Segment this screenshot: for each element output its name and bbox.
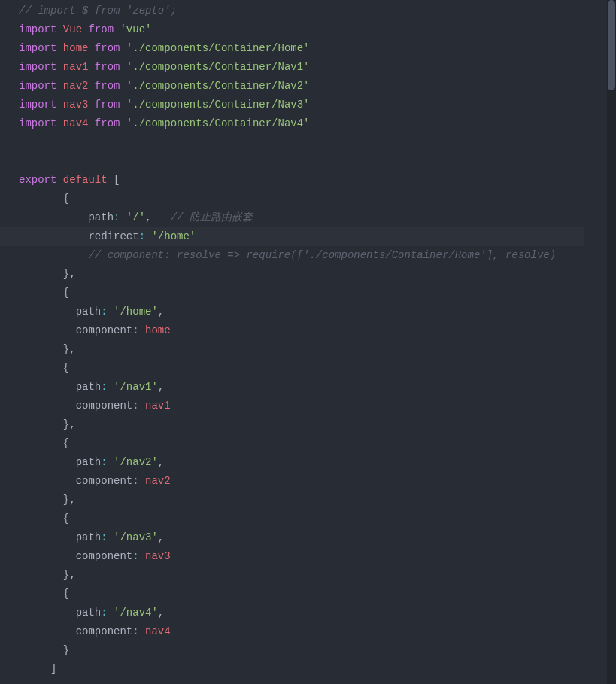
code-line: }: [0, 641, 616, 660]
code-line: {: [0, 190, 616, 208]
code-line: [0, 152, 616, 171]
code-line: {: [0, 359, 616, 378]
code-line: },: [0, 265, 616, 284]
code-line: import nav2 from './components/Container…: [0, 77, 616, 96]
code-line: [0, 133, 616, 152]
code-line: {: [0, 284, 616, 302]
code-editor[interactable]: // import $ from 'zepto'; import Vue fro…: [0, 0, 616, 680]
code-line: component: home: [0, 321, 616, 340]
code-line: component: nav1: [0, 397, 616, 415]
code-line: path: '/nav4',: [0, 603, 616, 622]
code-line: import nav3 from './components/Container…: [0, 96, 616, 114]
code-line: },: [0, 566, 616, 585]
code-line: {: [0, 585, 616, 603]
code-line: import home from './components/Container…: [0, 39, 616, 58]
code-line: import Vue from 'vue': [0, 20, 616, 39]
scrollbar-track[interactable]: [607, 0, 616, 684]
code-line: import nav1 from './components/Container…: [0, 58, 616, 77]
code-line-highlighted: redirect: '/home': [0, 227, 616, 246]
code-line: path: '/nav2',: [0, 453, 616, 472]
code-line: path: '/nav1',: [0, 378, 616, 397]
minimap[interactable]: [584, 0, 607, 684]
code-line: },: [0, 491, 616, 509]
code-line: import nav4 from './components/Container…: [0, 114, 616, 133]
code-line: // component: resolve => require(['./com…: [0, 246, 616, 265]
code-line: // import $ from 'zepto';: [0, 2, 616, 20]
code-line: path: '/home',: [0, 302, 616, 321]
code-line: path: '/nav3',: [0, 528, 616, 547]
code-line: },: [0, 415, 616, 434]
code-line: component: nav3: [0, 547, 616, 566]
code-line: component: nav4: [0, 622, 616, 641]
code-line: export default [: [0, 171, 616, 190]
code-line: component: nav2: [0, 472, 616, 491]
code-line: },: [0, 340, 616, 359]
comment-text: // import $ from 'zepto';: [19, 5, 177, 17]
scrollbar-thumb[interactable]: [608, 0, 615, 90]
code-line: path: '/', // 防止路由嵌套: [0, 208, 616, 227]
code-line: ]: [0, 660, 616, 679]
code-line: {: [0, 509, 616, 528]
code-line: {: [0, 434, 616, 453]
